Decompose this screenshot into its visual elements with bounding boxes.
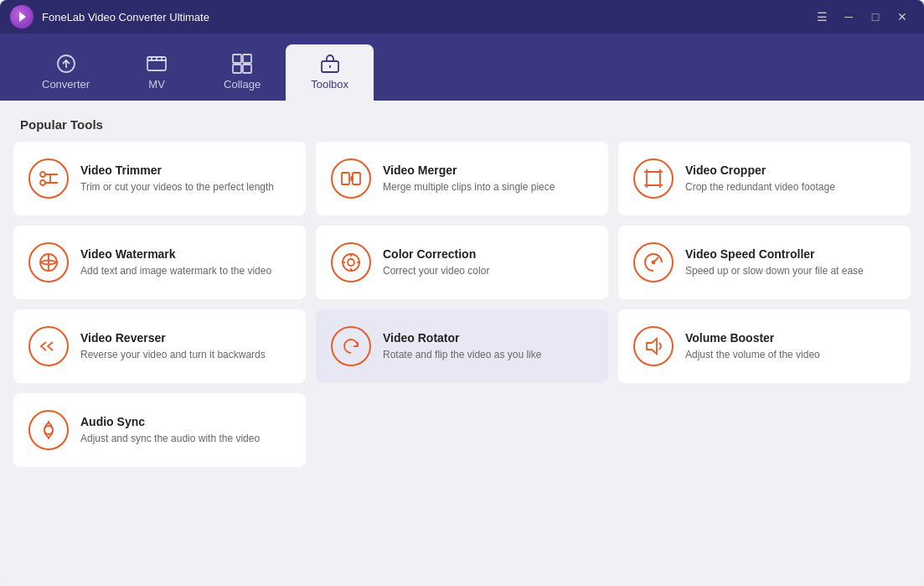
menu-button[interactable]: ☰ xyxy=(810,5,834,29)
tool-card-video-reverser[interactable]: Video Reverser Reverse your video and tu… xyxy=(13,309,306,383)
tool-card-video-trimmer[interactable]: Video Trimmer Trim or cut your videos to… xyxy=(13,142,306,215)
video-reverser-info: Video Reverser Reverse your video and tu… xyxy=(80,331,291,362)
video-rotator-icon xyxy=(331,326,371,366)
svg-rect-10 xyxy=(233,65,241,73)
video-rotator-name: Video Rotator xyxy=(383,331,593,345)
svg-rect-22 xyxy=(647,172,660,185)
tool-card-video-watermark[interactable]: Video Watermark Add text and image water… xyxy=(13,226,306,299)
video-watermark-info: Video Watermark Add text and image water… xyxy=(80,247,291,278)
video-cropper-icon xyxy=(633,158,674,199)
svg-rect-9 xyxy=(243,54,251,63)
video-cropper-name: Video Cropper xyxy=(685,163,896,177)
volume-booster-icon xyxy=(633,326,674,366)
tool-card-video-cropper[interactable]: Video Cropper Crop the redundant video f… xyxy=(618,142,911,215)
video-trimmer-icon xyxy=(28,158,69,199)
tab-converter-label: Converter xyxy=(42,78,90,91)
svg-rect-11 xyxy=(243,65,251,73)
title-bar: FoneLab Video Converter Ultimate ☰ ─ □ ✕ xyxy=(0,0,924,34)
section-title: Popular Tools xyxy=(0,101,924,142)
volume-booster-info: Volume Booster Adjust the volume of the … xyxy=(685,331,896,362)
video-rotator-desc: Rotate and flip the video as you like xyxy=(383,348,593,362)
video-cropper-info: Video Cropper Crop the redundant video f… xyxy=(685,163,896,194)
video-reverser-icon xyxy=(28,326,69,366)
tab-collage[interactable]: Collage xyxy=(199,44,286,101)
video-merger-icon xyxy=(331,158,371,199)
volume-booster-name: Volume Booster xyxy=(685,331,896,345)
tool-card-audio-sync[interactable]: Audio Sync Adjust and sync the audio wit… xyxy=(13,393,306,467)
svg-rect-8 xyxy=(233,54,241,63)
video-trimmer-info: Video Trimmer Trim or cut your videos to… xyxy=(80,163,291,194)
tab-mv-label: MV xyxy=(148,78,165,91)
tool-card-video-rotator[interactable]: Video Rotator Rotate and flip the video … xyxy=(316,309,608,383)
color-correction-name: Color Correction xyxy=(383,247,593,261)
video-watermark-icon xyxy=(28,242,69,283)
audio-sync-icon xyxy=(28,410,69,450)
video-reverser-desc: Reverse your video and turn it backwards xyxy=(80,348,291,362)
tool-card-volume-booster[interactable]: Volume Booster Adjust the volume of the … xyxy=(618,309,911,383)
video-speed-controller-name: Video Speed Controller xyxy=(685,247,896,261)
video-watermark-desc: Add text and image watermark to the vide… xyxy=(80,264,291,278)
svg-marker-40 xyxy=(647,339,657,354)
app-logo xyxy=(10,5,34,29)
svg-point-33 xyxy=(348,259,354,266)
video-reverser-name: Video Reverser xyxy=(80,331,291,345)
tool-card-video-merger[interactable]: Video Merger Merge multiple clips into a… xyxy=(316,142,608,215)
video-cropper-desc: Crop the redundant video footage xyxy=(685,180,896,194)
svg-rect-20 xyxy=(353,173,360,184)
svg-point-14 xyxy=(40,172,45,177)
video-trimmer-name: Video Trimmer xyxy=(80,163,291,177)
tab-collage-label: Collage xyxy=(224,78,261,91)
video-merger-desc: Merge multiple clips into a single piece xyxy=(383,180,593,194)
video-rotator-info: Video Rotator Rotate and flip the video … xyxy=(383,331,593,362)
main-content: Popular Tools Video Tr xyxy=(0,101,924,586)
audio-sync-name: Audio Sync xyxy=(80,415,291,428)
tab-toolbox[interactable]: Toolbox xyxy=(286,44,374,101)
video-speed-controller-info: Video Speed Controller Speed up or slow … xyxy=(685,247,896,278)
app-title: FoneLab Video Converter Ultimate xyxy=(42,11,810,23)
audio-sync-info: Audio Sync Adjust and sync the audio wit… xyxy=(80,415,291,446)
audio-sync-desc: Adjust and sync the audio with the video xyxy=(80,432,291,446)
video-merger-name: Video Merger xyxy=(383,163,593,177)
video-watermark-name: Video Watermark xyxy=(80,247,291,261)
color-correction-info: Color Correction Correct your video colo… xyxy=(383,247,593,278)
nav-bar: Converter MV Collage xyxy=(0,34,924,101)
svg-marker-0 xyxy=(19,12,26,22)
close-button[interactable]: ✕ xyxy=(890,5,914,29)
tools-container[interactable]: Video Trimmer Trim or cut your videos to… xyxy=(0,142,924,586)
svg-point-15 xyxy=(40,180,45,185)
svg-rect-19 xyxy=(342,173,349,184)
video-merger-info: Video Merger Merge multiple clips into a… xyxy=(383,163,593,194)
restore-button[interactable]: □ xyxy=(864,5,887,29)
volume-booster-desc: Adjust the volume of the video xyxy=(685,348,896,362)
tool-card-color-correction[interactable]: Color Correction Correct your video colo… xyxy=(316,226,608,299)
tab-toolbox-label: Toolbox xyxy=(311,78,348,91)
tools-grid: Video Trimmer Trim or cut your videos to… xyxy=(13,142,911,467)
tool-card-video-speed-controller[interactable]: Video Speed Controller Speed up or slow … xyxy=(618,226,911,299)
color-correction-desc: Correct your video color xyxy=(383,264,593,278)
app-window: FoneLab Video Converter Ultimate ☰ ─ □ ✕… xyxy=(0,0,924,586)
minimize-button[interactable]: ─ xyxy=(837,5,860,29)
tab-mv[interactable]: MV xyxy=(115,44,199,101)
tab-converter[interactable]: Converter xyxy=(17,44,115,101)
video-speed-controller-icon xyxy=(633,242,674,283)
video-trimmer-desc: Trim or cut your videos to the perfect l… xyxy=(80,180,291,194)
video-speed-controller-desc: Speed up or slow down your file at ease xyxy=(685,264,896,278)
window-controls: ☰ ─ □ ✕ xyxy=(810,5,914,29)
color-correction-icon xyxy=(331,242,371,283)
svg-point-39 xyxy=(653,262,655,264)
